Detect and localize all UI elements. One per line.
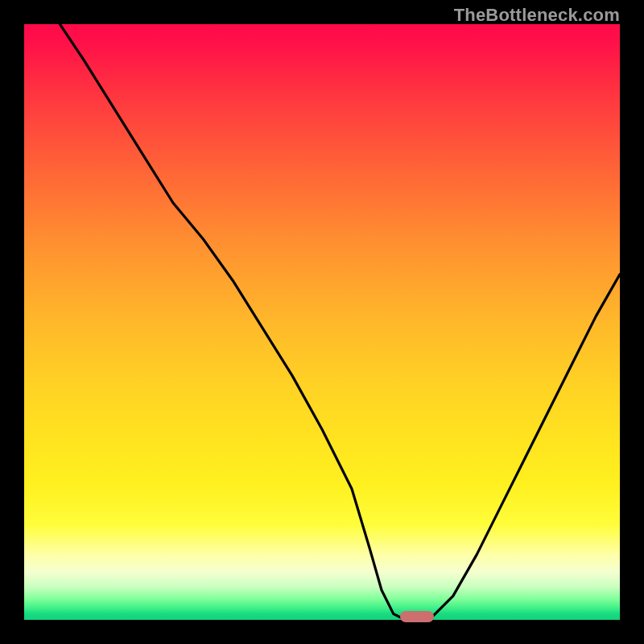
watermark-text: TheBottleneck.com: [454, 5, 620, 26]
bottleneck-curve: [24, 24, 620, 620]
plot-area: [24, 24, 620, 620]
curve-path: [60, 24, 620, 620]
chart-frame: TheBottleneck.com: [0, 0, 644, 644]
optimal-marker: [400, 611, 434, 622]
